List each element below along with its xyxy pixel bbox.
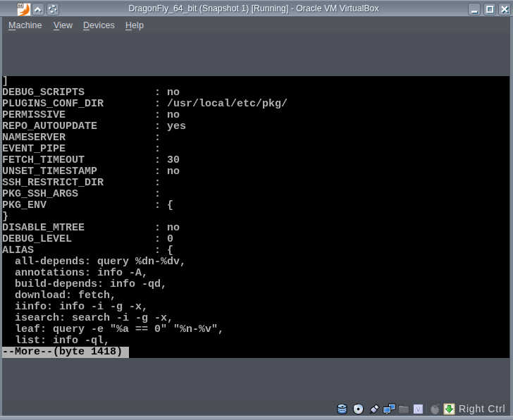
- svg-text:64: 64: [18, 4, 23, 8]
